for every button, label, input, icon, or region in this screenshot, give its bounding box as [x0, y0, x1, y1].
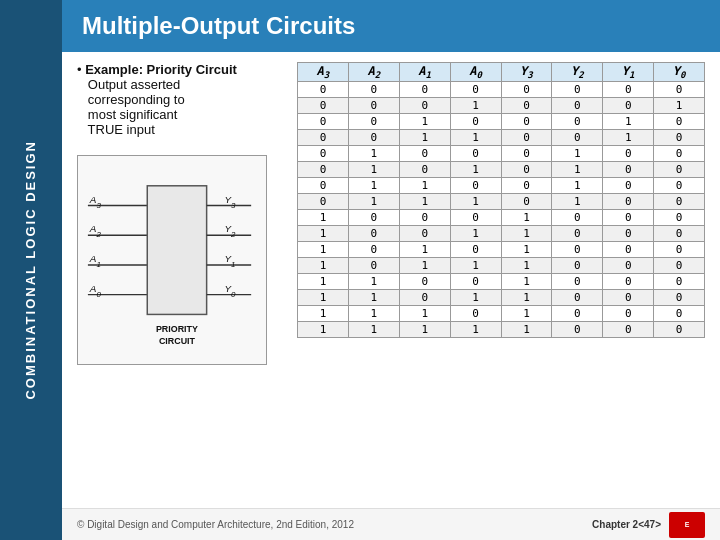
- table-cell: 0: [552, 242, 603, 258]
- svg-text:Y1: Y1: [224, 253, 235, 269]
- col-header-Y3: Y3: [501, 63, 552, 82]
- table-row: 00110010: [298, 130, 705, 146]
- table-cell: 0: [348, 114, 399, 130]
- table-cell: 0: [603, 98, 654, 114]
- table-row: 10101000: [298, 242, 705, 258]
- col-header-A0: A0: [450, 63, 501, 82]
- content-area: • Example: Priority Circuit Output asser…: [62, 52, 720, 508]
- table-cell: 1: [552, 194, 603, 210]
- table-cell: 0: [603, 146, 654, 162]
- left-panel: • Example: Priority Circuit Output asser…: [77, 62, 287, 498]
- table-cell: 1: [450, 130, 501, 146]
- svg-text:A1: A1: [89, 253, 101, 269]
- table-cell: 0: [298, 114, 349, 130]
- table-cell: 1: [654, 98, 705, 114]
- table-cell: 1: [450, 258, 501, 274]
- table-cell: 1: [298, 258, 349, 274]
- table-cell: 1: [450, 98, 501, 114]
- circuit-svg: A3 A2 A1 A0 Y3 Y2 Y1 Y0: [78, 156, 266, 364]
- chapter-text: Chapter 2<47>: [592, 519, 661, 530]
- table-cell: 0: [603, 194, 654, 210]
- table-cell: 0: [501, 194, 552, 210]
- table-cell: 1: [399, 258, 450, 274]
- page-title: Multiple-Output Circuits: [82, 12, 355, 40]
- col-header-Y2: Y2: [552, 63, 603, 82]
- table-row: 11001000: [298, 274, 705, 290]
- table-cell: 1: [501, 322, 552, 338]
- table-cell: 1: [399, 130, 450, 146]
- circuit-diagram: A3 A2 A1 A0 Y3 Y2 Y1 Y0: [77, 155, 267, 365]
- table-row: 11011000: [298, 290, 705, 306]
- table-cell: 0: [603, 258, 654, 274]
- table-cell: 0: [348, 210, 399, 226]
- table-header-row: A3 A2 A1 A0 Y3 Y2 Y1 Y0: [298, 63, 705, 82]
- table-cell: 0: [603, 322, 654, 338]
- table-cell: 0: [399, 162, 450, 178]
- table-cell: 1: [450, 226, 501, 242]
- table-cell: 0: [450, 178, 501, 194]
- svg-text:A3: A3: [89, 194, 102, 210]
- table-cell: 0: [399, 290, 450, 306]
- table-cell: 0: [552, 130, 603, 146]
- table-cell: 0: [603, 306, 654, 322]
- table-cell: 1: [298, 242, 349, 258]
- table-cell: 1: [399, 242, 450, 258]
- table-cell: 0: [450, 114, 501, 130]
- table-cell: 0: [603, 290, 654, 306]
- bullet-item: • Example: Priority Circuit Output asser…: [77, 62, 287, 137]
- table-cell: 1: [399, 178, 450, 194]
- table-cell: 0: [654, 322, 705, 338]
- footer-right: Chapter 2<47> E: [592, 512, 705, 538]
- table-cell: 0: [552, 274, 603, 290]
- table-cell: 1: [501, 258, 552, 274]
- table-cell: 0: [298, 98, 349, 114]
- svg-text:Y3: Y3: [224, 194, 236, 210]
- svg-text:CIRCUIT: CIRCUIT: [159, 336, 196, 346]
- table-cell: 0: [603, 274, 654, 290]
- table-cell: 0: [348, 82, 399, 98]
- table-cell: 1: [450, 162, 501, 178]
- table-cell: 1: [298, 322, 349, 338]
- table-cell: 0: [552, 306, 603, 322]
- table-cell: 1: [298, 290, 349, 306]
- table-cell: 0: [450, 210, 501, 226]
- table-cell: 0: [348, 258, 399, 274]
- table-cell: 0: [654, 258, 705, 274]
- table-row: 01110100: [298, 194, 705, 210]
- table-cell: 0: [399, 98, 450, 114]
- copyright-text: © Digital Design and Computer Architectu…: [77, 519, 354, 530]
- svg-text:A2: A2: [89, 223, 102, 239]
- table-cell: 1: [450, 290, 501, 306]
- table-cell: 0: [501, 82, 552, 98]
- table-row: 10001000: [298, 210, 705, 226]
- bullet-line2: corresponding to: [77, 92, 185, 107]
- table-cell: 0: [298, 146, 349, 162]
- table-cell: 0: [399, 226, 450, 242]
- table-cell: 0: [654, 274, 705, 290]
- table-cell: 0: [501, 98, 552, 114]
- elsevier-logo: E: [669, 512, 705, 538]
- table-cell: 0: [552, 114, 603, 130]
- table-cell: 0: [654, 210, 705, 226]
- svg-text:Y0: Y0: [224, 283, 236, 299]
- table-cell: 0: [552, 322, 603, 338]
- table-cell: 0: [603, 242, 654, 258]
- table-cell: 0: [552, 82, 603, 98]
- col-header-A2: A2: [348, 63, 399, 82]
- table-cell: 1: [552, 178, 603, 194]
- table-cell: 0: [603, 162, 654, 178]
- truth-table: A3 A2 A1 A0 Y3 Y2 Y1 Y0 0000000000010001…: [297, 62, 705, 338]
- table-cell: 0: [348, 130, 399, 146]
- table-cell: 1: [501, 226, 552, 242]
- table-cell: 1: [552, 162, 603, 178]
- svg-text:Y2: Y2: [224, 223, 236, 239]
- table-row: 01100100: [298, 178, 705, 194]
- table-cell: 0: [399, 82, 450, 98]
- table-cell: 1: [348, 162, 399, 178]
- table-cell: 1: [450, 322, 501, 338]
- table-cell: 1: [298, 226, 349, 242]
- table-cell: 0: [552, 226, 603, 242]
- table-cell: 0: [450, 82, 501, 98]
- right-panel: A3 A2 A1 A0 Y3 Y2 Y1 Y0 0000000000010001…: [297, 62, 705, 498]
- table-row: 00000000: [298, 82, 705, 98]
